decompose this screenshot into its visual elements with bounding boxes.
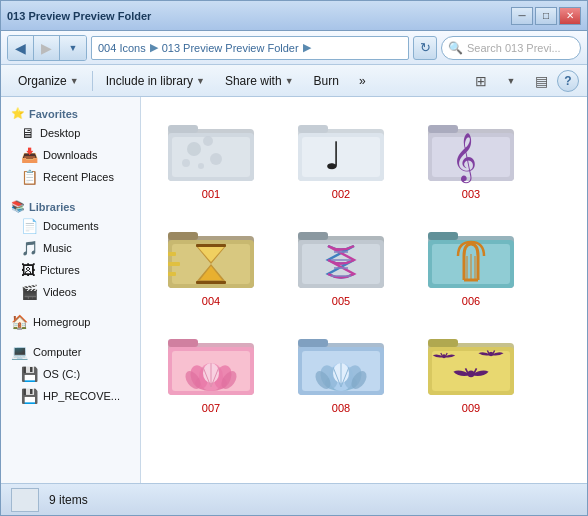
- drive-hp-icon: 💾: [21, 388, 38, 404]
- libraries-section: 📚 Libraries: [1, 196, 140, 215]
- organize-button[interactable]: Organize ▼: [9, 69, 88, 93]
- sidebar-recent-label: Recent Places: [43, 171, 132, 183]
- folder-003[interactable]: 𝄞 003: [411, 107, 531, 204]
- svg-rect-59: [298, 339, 328, 347]
- address-bar: ◀ ▶ ▼ 004 Icons ▶ 013 Preview Preview Fo…: [1, 31, 587, 65]
- include-library-button[interactable]: Include in library ▼: [97, 69, 214, 93]
- more-button[interactable]: »: [350, 69, 375, 93]
- folder-icon-008: [296, 325, 386, 400]
- folder-002[interactable]: ♩ 002: [281, 107, 401, 204]
- sidebar-item-homegroup[interactable]: 🏠 Homegroup: [1, 311, 140, 333]
- help-button[interactable]: ?: [557, 70, 579, 92]
- minimize-button[interactable]: ─: [511, 7, 533, 25]
- folder-007[interactable]: 007: [151, 321, 271, 418]
- sidebar-item-documents[interactable]: 📄 Documents: [1, 215, 140, 237]
- svg-point-8: [198, 163, 204, 169]
- sidebar-downloads-label: Downloads: [43, 149, 97, 161]
- maximize-button[interactable]: □: [535, 7, 557, 25]
- path-part-2: 013 Preview Preview Folder: [162, 42, 299, 54]
- sidebar-divider-1: [1, 188, 140, 196]
- refresh-button[interactable]: ↻: [413, 36, 437, 60]
- search-box[interactable]: 🔍 Search 013 Previ...: [441, 36, 581, 60]
- sidebar-item-pictures[interactable]: 🖼 Pictures: [1, 259, 140, 281]
- svg-rect-23: [196, 244, 226, 247]
- burn-label: Burn: [314, 74, 339, 88]
- svg-rect-25: [168, 252, 176, 256]
- organize-label: Organize: [18, 74, 67, 88]
- title-bar: 013 Preview Preview Folder ─ □ ✕: [1, 1, 587, 31]
- sidebar-pictures-label: Pictures: [40, 264, 80, 276]
- favorites-label: Favorites: [29, 108, 78, 120]
- sidebar-item-music[interactable]: 🎵 Music: [1, 237, 140, 259]
- svg-rect-45: [168, 339, 198, 347]
- path-arrow-2: ▶: [303, 41, 311, 54]
- computer-icon: 💻: [11, 344, 28, 360]
- svg-point-78: [468, 371, 475, 378]
- folder-label-002: 002: [332, 188, 350, 200]
- share-with-arrow-icon: ▼: [285, 76, 294, 86]
- sidebar-item-hp-recovery[interactable]: 💾 HP_RECOVE...: [1, 385, 140, 407]
- downloads-icon: 📥: [21, 147, 38, 163]
- folder-005[interactable]: 005: [281, 214, 401, 311]
- burn-button[interactable]: Burn: [305, 69, 348, 93]
- folder-004[interactable]: 004: [151, 214, 271, 311]
- sidebar-item-computer[interactable]: 💻 Computer: [1, 341, 140, 363]
- sidebar-desktop-label: Desktop: [40, 127, 80, 139]
- folder-icon-006: [426, 218, 516, 293]
- search-icon: 🔍: [448, 41, 463, 55]
- favorites-star-icon: ⭐: [11, 107, 25, 120]
- path-arrow-1: ▶: [150, 41, 158, 54]
- svg-rect-37: [428, 232, 458, 240]
- share-with-button[interactable]: Share with ▼: [216, 69, 303, 93]
- folder-008[interactable]: 008: [281, 321, 401, 418]
- svg-rect-24: [196, 281, 226, 284]
- libraries-icon: 📚: [11, 200, 25, 213]
- address-path[interactable]: 004 Icons ▶ 013 Preview Preview Folder ▶: [91, 36, 409, 60]
- folder-001[interactable]: 001: [151, 107, 271, 204]
- svg-rect-1: [168, 125, 198, 133]
- folder-006[interactable]: 006: [411, 214, 531, 311]
- status-item-count: 9 items: [49, 493, 88, 507]
- view-dropdown-button[interactable]: ▼: [497, 69, 525, 93]
- svg-text:♩: ♩: [324, 135, 342, 177]
- folder-009[interactable]: 009: [411, 321, 531, 418]
- folder-label-005: 005: [332, 295, 350, 307]
- folder-label-003: 003: [462, 188, 480, 200]
- sidebar-item-downloads[interactable]: 📥 Downloads: [1, 144, 140, 166]
- folder-icon-007: [166, 325, 256, 400]
- folder-label-008: 008: [332, 402, 350, 414]
- share-with-label: Share with: [225, 74, 282, 88]
- sidebar: ⭐ Favorites 🖥 Desktop 📥 Downloads 📋 Rece…: [1, 97, 141, 483]
- dropdown-button[interactable]: ▼: [60, 36, 86, 60]
- include-library-label: Include in library: [106, 74, 193, 88]
- forward-button[interactable]: ▶: [34, 36, 60, 60]
- folder-label-001: 001: [202, 188, 220, 200]
- sidebar-item-desktop[interactable]: 🖥 Desktop: [1, 122, 140, 144]
- view-icon-button-2[interactable]: ▤: [527, 69, 555, 93]
- folder-label-007: 007: [202, 402, 220, 414]
- sidebar-videos-label: Videos: [43, 286, 76, 298]
- view-icon-button-1[interactable]: ⊞: [467, 69, 495, 93]
- sidebar-item-videos[interactable]: 🎬 Videos: [1, 281, 140, 303]
- documents-icon: 📄: [21, 218, 38, 234]
- close-button[interactable]: ✕: [559, 7, 581, 25]
- folder-label-006: 006: [462, 295, 480, 307]
- folder-icon-004: [166, 218, 256, 293]
- folder-icon-002: ♩: [296, 111, 386, 186]
- svg-rect-26: [168, 262, 180, 266]
- sidebar-divider-2: [1, 303, 140, 311]
- videos-icon: 🎬: [21, 284, 38, 300]
- title-bar-buttons: ─ □ ✕: [511, 7, 581, 25]
- svg-point-5: [203, 136, 213, 146]
- include-library-arrow-icon: ▼: [196, 76, 205, 86]
- path-part-1: 004 Icons: [98, 42, 146, 54]
- folder-label-004: 004: [202, 295, 220, 307]
- view-buttons: ⊞ ▼ ▤ ?: [467, 69, 579, 93]
- sidebar-os-c-label: OS (C:): [43, 368, 80, 380]
- sidebar-item-recent-places[interactable]: 📋 Recent Places: [1, 166, 140, 188]
- svg-rect-10: [298, 125, 328, 133]
- sidebar-item-os-c[interactable]: 💾 OS (C:): [1, 363, 140, 385]
- toolbar-separator-1: [92, 71, 93, 91]
- back-button[interactable]: ◀: [8, 36, 34, 60]
- desktop-icon: 🖥: [21, 125, 35, 141]
